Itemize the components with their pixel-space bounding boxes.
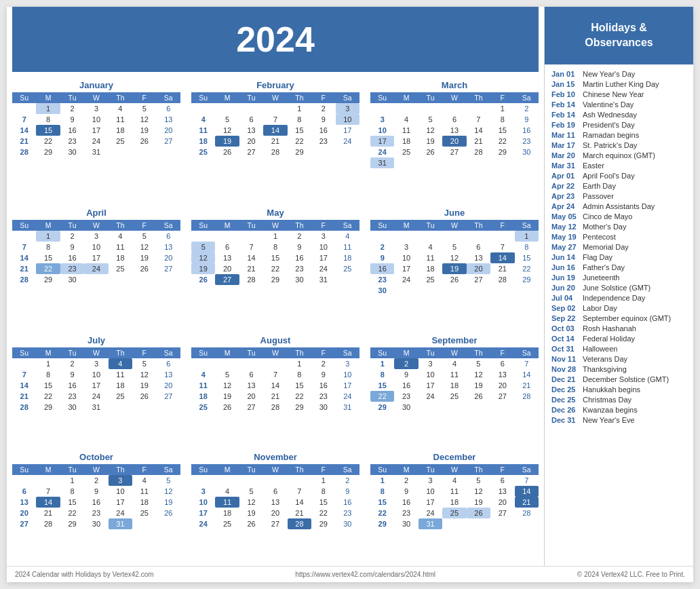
calendar-day: 1 bbox=[36, 103, 60, 114]
calendar-day: 13 bbox=[157, 369, 180, 380]
calendar-day bbox=[311, 147, 335, 157]
holiday-item: Dec 26Kwanzaa begins bbox=[551, 406, 686, 414]
calendar-day: 1 bbox=[370, 475, 394, 486]
holiday-item: Apr 24Admin Assistants Day bbox=[551, 202, 686, 210]
day-header: Th bbox=[467, 464, 490, 475]
calendar-day: 28 bbox=[12, 147, 36, 157]
calendar-day bbox=[109, 147, 132, 157]
day-header: M bbox=[215, 92, 239, 103]
day-header: W bbox=[263, 92, 287, 103]
cal-table: SuMTuWThFSa12345678910111213141516171819… bbox=[12, 220, 180, 285]
holiday-date: Jan 15 bbox=[551, 80, 579, 88]
holiday-date: Apr 24 bbox=[551, 202, 579, 210]
calendar-day: 11 bbox=[215, 497, 239, 508]
holiday-item: Mar 11Ramadan begins bbox=[551, 131, 686, 139]
calendar-day: 12 bbox=[467, 369, 490, 380]
holiday-item: Jan 01New Year's Day bbox=[551, 70, 686, 78]
calendar-day: 2 bbox=[394, 475, 418, 486]
holiday-item: Apr 23Passover bbox=[551, 192, 686, 200]
calendar-day: 13 bbox=[263, 497, 287, 508]
calendar-day: 14 bbox=[515, 369, 539, 380]
calendar-day bbox=[336, 147, 359, 157]
calendar-day: 30 bbox=[394, 518, 418, 529]
calendar-day: 20 bbox=[442, 136, 466, 147]
calendar-day: 1 bbox=[370, 358, 394, 369]
holiday-item: Apr 22Earth Day bbox=[551, 182, 686, 190]
calendar-day: 29 bbox=[311, 518, 335, 529]
holiday-item: Feb 14Valentine's Day bbox=[551, 100, 686, 109]
cal-table: SuMTuWThFSa12345678910111213141516171819… bbox=[370, 347, 539, 413]
day-header: Sa bbox=[336, 92, 359, 103]
calendar-day: 5 bbox=[215, 114, 239, 125]
calendar-day: 7 bbox=[515, 475, 539, 486]
calendar-day: 5 bbox=[191, 242, 215, 252]
day-header: W bbox=[442, 92, 466, 103]
calendar-day: 9 bbox=[60, 242, 84, 252]
holiday-name: Easter bbox=[583, 162, 604, 170]
holiday-name: Earth Day bbox=[583, 182, 616, 190]
calendar-day: 8 bbox=[288, 369, 311, 380]
day-header: Su bbox=[12, 220, 36, 231]
calendar-day: 6 bbox=[467, 242, 490, 252]
calendar-day: 22 bbox=[515, 263, 539, 274]
calendar-day: 15 bbox=[36, 380, 60, 391]
month-block: JulySuMTuWThFSa1234567891011121314151617… bbox=[12, 335, 180, 444]
footer: 2024 Calendar with Holidays by Vertex42.… bbox=[7, 566, 693, 582]
calendar-day: 12 bbox=[442, 252, 466, 263]
holiday-name: Admin Assistants Day bbox=[583, 202, 655, 210]
calendar-day bbox=[215, 475, 239, 486]
calendar-day: 6 bbox=[263, 486, 287, 497]
calendar-day: 22 bbox=[36, 391, 60, 402]
calendar-day: 21 bbox=[515, 497, 539, 508]
calendar-day: 20 bbox=[263, 508, 287, 518]
calendar-day: 8 bbox=[36, 242, 60, 252]
calendar-day: 15 bbox=[288, 380, 311, 391]
calendar-day: 19 bbox=[157, 497, 180, 508]
day-header: Tu bbox=[60, 464, 84, 475]
calendar-day: 12 bbox=[132, 242, 156, 252]
calendar-day: 6 bbox=[239, 369, 263, 380]
calendar-day: 9 bbox=[84, 486, 108, 497]
month-title: June bbox=[370, 208, 539, 218]
holiday-name: March equinox (GMT) bbox=[583, 151, 655, 159]
calendar-day bbox=[490, 402, 514, 413]
calendar-day: 5 bbox=[419, 114, 442, 125]
calendar-day bbox=[191, 475, 215, 486]
calendar-day: 29 bbox=[370, 402, 394, 413]
calendar-day: 20 bbox=[157, 380, 180, 391]
day-header: Sa bbox=[157, 220, 180, 231]
calendar-day: 21 bbox=[12, 136, 36, 147]
month-block: JuneSuMTuWThFSa1234567891011121314151617… bbox=[370, 208, 539, 327]
day-header: Sa bbox=[515, 92, 539, 103]
calendar-day: 17 bbox=[84, 125, 108, 136]
calendar-day: 27 bbox=[157, 263, 180, 274]
calendar-day: 26 bbox=[442, 274, 466, 285]
calendar-day: 19 bbox=[132, 252, 156, 263]
calendar-day: 13 bbox=[12, 497, 36, 508]
calendar-day: 21 bbox=[36, 508, 60, 518]
day-header: Su bbox=[12, 464, 36, 475]
calendar-day: 28 bbox=[490, 274, 514, 285]
calendar-day: 26 bbox=[132, 263, 156, 274]
calendar-day: 16 bbox=[60, 380, 84, 391]
calendar-day: 23 bbox=[84, 508, 108, 518]
calendar-day: 3 bbox=[84, 103, 108, 114]
calendar-day: 7 bbox=[467, 114, 490, 125]
day-header: M bbox=[394, 347, 418, 358]
calendar-day: 18 bbox=[336, 252, 359, 263]
calendar-day: 23 bbox=[336, 508, 359, 518]
calendar-day bbox=[191, 358, 215, 369]
calendar-day: 28 bbox=[515, 508, 539, 518]
calendar-day: 19 bbox=[132, 380, 156, 391]
holiday-item: Apr 01April Fool's Day bbox=[551, 172, 686, 180]
calendar-day: 22 bbox=[263, 263, 287, 274]
calendar-day: 27 bbox=[215, 274, 239, 285]
cal-table: SuMTuWThFSa12345678910111213141516171819… bbox=[12, 92, 180, 157]
calendar-day: 17 bbox=[311, 252, 335, 263]
holiday-date: Feb 19 bbox=[551, 121, 579, 129]
calendar-day: 14 bbox=[12, 252, 36, 263]
month-title: July bbox=[12, 335, 180, 345]
holiday-date: Jan 01 bbox=[551, 70, 579, 78]
cal-table: SuMTuWThFSa12345678910111213141516171819… bbox=[191, 464, 359, 529]
calendar-day bbox=[239, 475, 263, 486]
